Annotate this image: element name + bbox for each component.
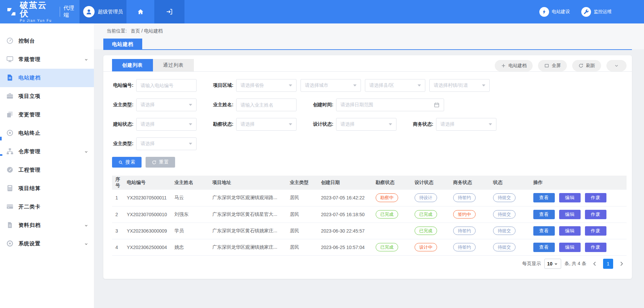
cell-survey-status: [374, 223, 413, 239]
placeholder-text: 请选择县/区: [369, 82, 416, 88]
chevron-icon: [614, 63, 619, 68]
page-tab[interactable]: 电站建档: [103, 39, 142, 50]
cell-actions: 查看编辑作废: [532, 239, 627, 255]
sidebar-item-document[interactable]: 电站建档: [0, 69, 94, 87]
date-range-input[interactable]: 请选择日期范围: [336, 99, 444, 111]
sidebar-item-monitor[interactable]: 常规管理: [0, 50, 94, 69]
void-button[interactable]: 作废: [585, 243, 606, 252]
reset-button[interactable]: 重置: [146, 157, 175, 168]
caret-down-icon: [554, 262, 558, 266]
edit-button[interactable]: 编辑: [559, 210, 581, 219]
status-badge: 已完成: [415, 210, 437, 219]
breadcrumb-home-link[interactable]: 首页: [131, 28, 140, 34]
caret-down-icon: [289, 84, 292, 86]
cell-survey-status: 已完成: [374, 239, 413, 255]
filter-select[interactable]: 请选择省份: [236, 79, 297, 92]
filter-select[interactable]: 请选择: [236, 118, 297, 131]
placeholder-text: 请选择: [141, 102, 187, 108]
search-icon: [118, 160, 123, 165]
sidebar-item-calculator[interactable]: 项目结算: [0, 179, 94, 198]
table-row: 3YX2023063000009学员广东深圳龙华区黄石镇姚家庄...居民2023…: [112, 223, 627, 239]
sidebar-item-sitemap[interactable]: 仓库管理: [0, 142, 94, 161]
card-icon: [6, 203, 14, 211]
edit-button[interactable]: 编辑: [559, 243, 581, 252]
sidebar-item-record[interactable]: 电站终止: [0, 124, 94, 142]
view-button[interactable]: 查看: [533, 243, 555, 252]
list-tab-1[interactable]: 通过列表: [153, 59, 194, 71]
caret-down-icon: [489, 123, 492, 125]
logout-button[interactable]: [154, 0, 184, 23]
fullscreen-icon: [544, 63, 549, 68]
status-badge: 已完成: [376, 210, 398, 219]
list-tab-0[interactable]: 创建列表: [112, 59, 153, 71]
sidebar-item-dashboard[interactable]: 控制台: [0, 32, 94, 50]
column-header: 创建日期: [320, 176, 374, 190]
void-button[interactable]: 作废: [585, 210, 606, 219]
home-button[interactable]: [126, 0, 154, 23]
filter-text-input[interactable]: [136, 79, 197, 92]
filter-select[interactable]: 请选择县/区: [365, 79, 425, 92]
quick-link-wrench[interactable]: 监控运维: [581, 7, 612, 17]
placeholder-text: 请选择城市: [305, 82, 351, 88]
filter-select[interactable]: 请选择: [336, 118, 396, 131]
edit-button[interactable]: 编辑: [559, 193, 581, 202]
filter-select[interactable]: 请选择城市: [301, 79, 361, 92]
search-button[interactable]: 搜索: [112, 157, 142, 168]
status-badge: 签约中: [453, 210, 476, 219]
sidebar-item-files[interactable]: 变更管理: [0, 106, 94, 124]
view-button[interactable]: 查看: [533, 193, 555, 202]
user-menu[interactable]: 超级管理员: [79, 0, 126, 23]
chevron-down-icon: [84, 242, 89, 246]
data-table: 序号电站编号业主姓名项目地址业主类型创建日期勘察状态设计状态商务状态状态操作1Y…: [112, 176, 627, 256]
page-tab-underline: [103, 49, 632, 50]
cell-owner-type: 居民: [288, 206, 320, 223]
toolbar-button-label: 电站建档: [508, 63, 527, 69]
toolbar-fullscreen-button[interactable]: 全屏: [538, 60, 567, 71]
page-number-button[interactable]: 1: [603, 259, 613, 269]
cell-design-status: 已完成: [413, 223, 452, 239]
filter-select[interactable]: 请选择: [136, 99, 197, 111]
filter-row-2: 业主类型:请选择业主姓名:创建时间:请选择日期范围: [112, 99, 496, 111]
toolbar-refresh-button[interactable]: 刷新: [572, 60, 601, 71]
filter-text-input[interactable]: [236, 99, 297, 111]
list-panel: 创建列表通过列表 电站建档全屏刷新 电站编号:项目区域:请选择省份请选择城市请选…: [103, 55, 632, 279]
panel-toolbar: 电站建档全屏刷新: [495, 60, 627, 71]
header-quick-links: 电站建设 监控运维: [539, 0, 612, 23]
sidebar-item-settings[interactable]: 系统设置: [0, 235, 94, 253]
filter-select[interactable]: 请选择: [136, 137, 197, 150]
toolbar-chevron-button[interactable]: [606, 60, 627, 71]
sidebar-item-gauge[interactable]: 工程管理: [0, 161, 94, 179]
filter-select[interactable]: 请选择村镇/街道: [429, 79, 490, 92]
cell-station-code: YX2023070500010: [125, 206, 173, 223]
filter-label: 业主姓名:: [212, 102, 236, 108]
status-badge: 待提交: [493, 243, 516, 252]
quick-link-bolt[interactable]: 电站建设: [539, 7, 570, 17]
per-page-select[interactable]: 10: [544, 259, 561, 269]
void-button[interactable]: 作废: [585, 226, 606, 236]
filter-group: 请选择城市: [301, 79, 361, 92]
total-count-label: 条, 共 4 条: [565, 261, 586, 267]
sidebar-item-briefcase[interactable]: 项目立项: [0, 87, 94, 106]
filter-label: 设计状态:: [312, 121, 336, 127]
prev-page-button[interactable]: [592, 261, 598, 267]
filter-select[interactable]: 请选择: [436, 118, 496, 131]
sidebar-item-archive[interactable]: 资料归档: [0, 216, 94, 235]
caret-down-icon: [189, 143, 192, 145]
cell-seq: 4: [112, 239, 125, 255]
cell-survey-status: 已完成: [374, 206, 413, 223]
filter-label: 业主类型:: [112, 102, 136, 108]
placeholder-text: 请选择: [141, 121, 187, 127]
filter-label: 创建时间:: [312, 102, 336, 108]
filter-select[interactable]: 请选择: [136, 118, 197, 131]
user-name: 超级管理员: [98, 9, 123, 15]
document-icon: [6, 74, 14, 82]
toolbar-plus-button[interactable]: 电站建档: [495, 60, 533, 71]
sidebar-item-card[interactable]: 开二类卡: [0, 198, 94, 216]
void-button[interactable]: 作废: [585, 193, 606, 202]
cell-project-address: 广东深圳龙华区黄石镇姚家庄...: [211, 223, 288, 239]
view-button[interactable]: 查看: [533, 226, 555, 236]
next-page-button[interactable]: [619, 261, 625, 267]
edit-button[interactable]: 编辑: [559, 226, 581, 236]
view-button[interactable]: 查看: [533, 210, 555, 219]
filter-group: 创建时间:请选择日期范围: [312, 99, 444, 111]
